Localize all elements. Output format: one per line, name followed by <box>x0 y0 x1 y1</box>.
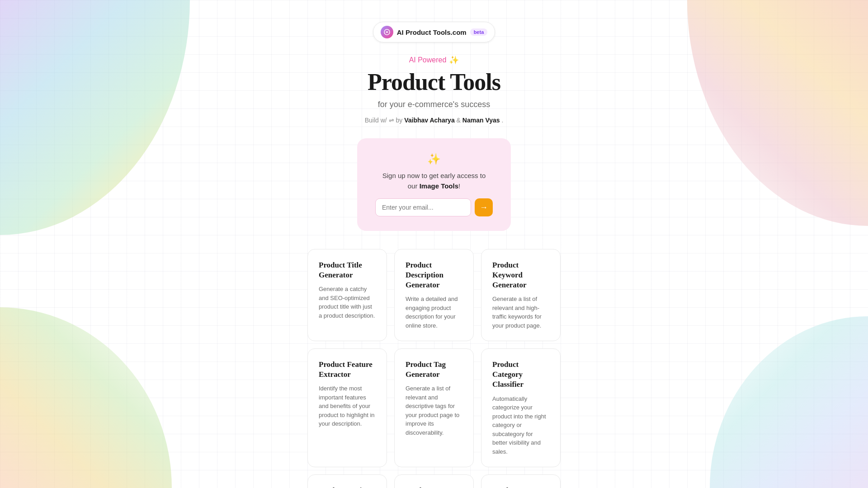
ai-powered-text: AI Powered <box>409 56 447 64</box>
email-row: → <box>375 198 493 216</box>
signup-card: ✨ Sign up now to get early access to our… <box>357 138 511 231</box>
tool-card[interactable]: Product Tag GeneratorGenerate a list of … <box>394 348 474 467</box>
ai-powered-label: AI Powered ✨ <box>365 55 504 65</box>
tool-card[interactable]: Product Keyword GeneratorGenerate a list… <box>481 249 561 341</box>
signup-line2: our <box>408 182 420 190</box>
tool-card-desc: Automatically categorize your product in… <box>492 394 549 456</box>
author1: Vaibhav Acharya <box>404 117 455 124</box>
build-by: by <box>396 117 402 124</box>
tool-card-desc: Generate a list of relevant and high-tra… <box>492 295 549 330</box>
period: . <box>501 117 503 124</box>
build-icon: ⇌ <box>389 117 394 124</box>
email-input[interactable] <box>375 198 471 216</box>
tool-card-title: Product Description Generator <box>406 260 462 290</box>
signup-sparkle-icon: ✨ <box>375 153 493 165</box>
logo-bar: AI Product Tools.com beta <box>373 22 495 42</box>
tool-card-title: Product Feature Extractor <box>319 360 376 380</box>
hero-subtitle: for your e-commerce's success <box>365 100 504 109</box>
tool-card[interactable]: Product Title GeneratorGenerate a catchy… <box>307 249 387 341</box>
tool-card-title: Product Review Generator <box>319 486 376 488</box>
signup-image-tools: Image Tools <box>420 182 458 190</box>
email-submit-button[interactable]: → <box>475 198 493 216</box>
tool-card-title: Product Tag Generator <box>406 360 462 380</box>
tools-grid: Product Title GeneratorGenerate a catchy… <box>307 249 561 488</box>
tool-card-desc: Generate a catchy and SEO-optimized prod… <box>319 285 376 320</box>
hero-section: AI Powered ✨ Product Tools for your e-co… <box>365 55 504 124</box>
submit-arrow-icon: → <box>480 203 488 212</box>
tool-card[interactable]: Product Description GeneratorWrite a det… <box>394 249 474 341</box>
logo-text: AI Product Tools.com <box>397 28 467 36</box>
tool-card[interactable]: Product Feature ExtractorIdentify the mo… <box>307 348 387 467</box>
sparkle-icon: ✨ <box>449 55 459 65</box>
tool-card-desc: Write a detailed and engaging product de… <box>406 295 462 330</box>
build-credit: Build w/ ⇌ by Vaibhav Acharya & Naman Vy… <box>365 117 504 124</box>
tool-card-title: Product Specification Generator <box>406 486 462 488</box>
tool-card-title: Product FAQ Generator <box>492 486 549 488</box>
beta-badge: beta <box>470 28 488 36</box>
tool-card[interactable]: Product Specification GeneratorGenerate … <box>394 474 474 488</box>
build-prefix: Build w/ <box>365 117 387 124</box>
tool-card[interactable]: Product FAQ GeneratorGenerate a list of … <box>481 474 561 488</box>
signup-line1: Sign up now to get early access to <box>382 172 486 179</box>
tool-card[interactable]: Product Category ClassifierAutomatically… <box>481 348 561 467</box>
signup-text: Sign up now to get early access to our I… <box>375 171 493 191</box>
logo-icon <box>381 26 393 38</box>
hero-title: Product Tools <box>365 69 504 95</box>
tool-card[interactable]: Product Review GeneratorGenerate fake bu… <box>307 474 387 488</box>
tool-card-title: Product Keyword Generator <box>492 260 549 290</box>
ampersand: & <box>457 117 462 124</box>
tool-card-desc: Identify the most important features and… <box>319 384 376 428</box>
signup-exclaim: ! <box>458 182 460 190</box>
tool-card-desc: Generate a list of relevant and descript… <box>406 384 462 437</box>
tool-card-title: Product Category Classifier <box>492 360 549 389</box>
tool-card-title: Product Title Generator <box>319 260 376 280</box>
author2: Naman Vyas <box>462 117 500 124</box>
